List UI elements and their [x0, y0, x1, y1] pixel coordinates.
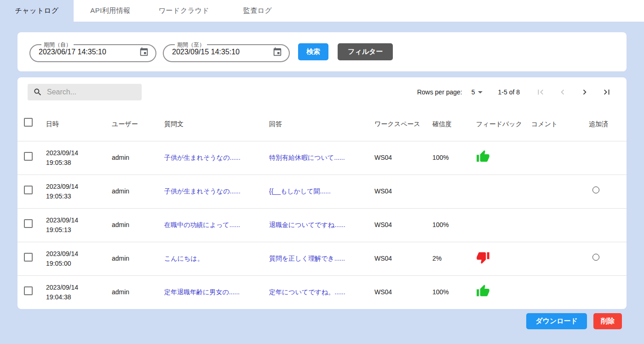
tab-bar: チャットログAPI利用情報ワードクラウド監査ログ: [0, 0, 644, 22]
thumb-up-icon: [476, 284, 490, 298]
thumb-down-icon: [476, 251, 490, 264]
row-select-cell: [17, 242, 43, 275]
row-select-cell: [17, 175, 43, 208]
table-row: 2023/09/14 19:04:38admin定年退職年齢に男女の......…: [17, 275, 627, 309]
cell-question[interactable]: 子供が生まれそうなの......: [161, 141, 266, 175]
cell-comment: [529, 275, 586, 309]
row-checkbox[interactable]: [24, 186, 33, 194]
cell-answer[interactable]: {{__もしかして聞......: [266, 175, 372, 208]
column-header-8: 追加済: [586, 107, 627, 141]
cell-confidence: [430, 175, 473, 208]
row-select-cell: [17, 208, 43, 242]
chevron-down-icon: [478, 91, 483, 93]
column-header-7: コメント: [529, 107, 586, 141]
row-checkbox[interactable]: [24, 253, 33, 262]
added-circle-icon: [592, 187, 599, 193]
chevron-left-icon: [558, 87, 568, 97]
cell-added: [586, 175, 627, 208]
first-page-button[interactable]: [531, 84, 550, 100]
last-page-button[interactable]: [597, 84, 616, 100]
chevron-right-icon: [580, 87, 590, 97]
row-checkbox[interactable]: [24, 152, 33, 161]
date-to-field[interactable]: 期間（至）: [163, 42, 290, 62]
column-header-3: 回答: [266, 107, 372, 141]
search-icon: [33, 87, 42, 97]
cell-question[interactable]: 子供が生まれそうなの......: [161, 175, 266, 208]
date-filter-panel: 期間（自） 期間（至） 検索 フィルター: [17, 32, 627, 71]
table-search-box[interactable]: [28, 84, 142, 100]
cell-confidence: 100%: [430, 141, 473, 175]
cell-answer[interactable]: 特別有給休暇について......: [266, 141, 372, 175]
table-body: 2023/09/14 19:05:38admin子供が生まれそうなの......…: [17, 141, 627, 309]
cell-answer[interactable]: 退職金についてですね......: [266, 208, 372, 242]
cell-comment: [529, 175, 586, 208]
search-button[interactable]: 検索: [298, 43, 328, 60]
cell-added: [586, 242, 627, 275]
next-page-button[interactable]: [575, 84, 594, 100]
calendar-icon: [272, 47, 282, 57]
bottom-actions: ダウンロード 削除: [0, 313, 622, 329]
cell-workspace: WS04: [372, 141, 430, 175]
first-page-icon: [535, 87, 546, 97]
cell-answer[interactable]: 質問を正しく理解でき......: [266, 242, 372, 275]
cell-added: [586, 208, 627, 242]
cell-datetime: 2023/09/14 19:05:13: [43, 208, 109, 242]
cell-datetime: 2023/09/14 19:05:33: [43, 175, 109, 208]
column-header-5: 確信度: [430, 107, 473, 141]
cell-feedback: [473, 141, 529, 175]
table-search-input[interactable]: [47, 88, 130, 96]
cell-question[interactable]: 在職中の功績によって......: [161, 208, 266, 242]
date-from-input[interactable]: [39, 48, 131, 56]
tab-0[interactable]: チャットログ: [0, 0, 74, 22]
cell-confidence: 100%: [430, 208, 473, 242]
cell-feedback: [473, 175, 529, 208]
filter-button[interactable]: フィルター: [338, 43, 393, 60]
last-page-icon: [602, 87, 612, 97]
cell-user: admin: [109, 141, 161, 175]
cell-comment: [529, 242, 586, 275]
row-select-cell: [17, 141, 43, 175]
rows-per-page-select[interactable]: 5: [472, 88, 483, 96]
previous-page-button[interactable]: [553, 84, 572, 100]
tab-3[interactable]: 監査ログ: [221, 0, 294, 22]
cell-feedback: [473, 208, 529, 242]
table-row: 2023/09/14 19:05:38admin子供が生まれそうなの......…: [17, 141, 627, 175]
cell-question[interactable]: 定年退職年齢に男女の......: [161, 275, 266, 309]
tab-1[interactable]: API利用情報: [74, 0, 147, 22]
column-header-2: 質問文: [161, 107, 266, 141]
chat-log-panel: Rows per page: 5 1-5 of 8: [17, 77, 627, 309]
download-button[interactable]: ダウンロード: [526, 313, 587, 329]
date-from-field[interactable]: 期間（自）: [29, 42, 156, 62]
row-select-cell: [17, 275, 43, 309]
added-circle-icon: [592, 254, 599, 261]
cell-feedback: [473, 275, 529, 309]
pagination: Rows per page: 5 1-5 of 8: [417, 84, 616, 100]
date-to-calendar-button[interactable]: [271, 46, 283, 58]
table-toolbar: Rows per page: 5 1-5 of 8: [17, 77, 627, 107]
row-checkbox[interactable]: [24, 286, 33, 295]
select-all-cell: [17, 107, 43, 141]
cell-comment: [529, 208, 586, 242]
thumb-up-icon: [476, 150, 490, 163]
cell-workspace: WS04: [372, 275, 430, 309]
cell-user: admin: [109, 208, 161, 242]
cell-question[interactable]: こんにちは。: [161, 242, 266, 275]
cell-answer[interactable]: 定年についてですね。......: [266, 275, 372, 309]
cell-added: [586, 141, 627, 175]
cell-datetime: 2023/09/14 19:04:38: [43, 275, 109, 309]
column-header-6: フィードバック: [473, 107, 529, 141]
tab-2[interactable]: ワードクラウド: [147, 0, 221, 22]
row-checkbox[interactable]: [24, 219, 33, 228]
select-all-checkbox[interactable]: [24, 118, 33, 127]
cell-user: admin: [109, 175, 161, 208]
cell-workspace: WS04: [372, 208, 430, 242]
calendar-icon: [139, 47, 149, 57]
cell-comment: [529, 141, 586, 175]
rows-per-page-value: 5: [472, 88, 475, 96]
chat-log-table: 日時ユーザー質問文回答ワークスペース確信度フィードバックコメント追加済 2023…: [17, 107, 627, 309]
cell-added: [586, 275, 627, 309]
table-row: 2023/09/14 19:05:00adminこんにちは。質問を正しく理解でき…: [17, 242, 627, 275]
date-to-input[interactable]: [172, 48, 264, 56]
delete-button[interactable]: 削除: [593, 313, 622, 329]
date-from-calendar-button[interactable]: [138, 46, 150, 58]
